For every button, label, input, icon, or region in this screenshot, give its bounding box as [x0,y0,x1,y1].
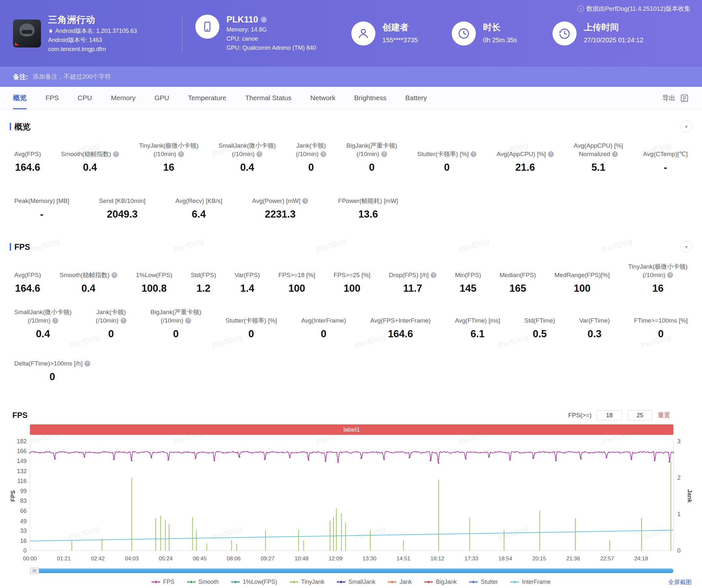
legend-marker-icon [231,580,240,584]
help-icon[interactable]: ? [302,198,308,204]
note-input[interactable]: 添加备注，不超过200个字符 [33,73,111,81]
phone-icon [195,15,219,39]
metric-label: Avg(Recv) [KB/s] [176,197,222,205]
metric-label: FPS>=18 [%] [278,271,315,279]
tab-Memory[interactable]: Memory [111,87,135,109]
tab-Temperature[interactable]: Temperature [188,87,227,109]
svg-text:16: 16 [20,537,27,544]
tabs: 概览FPSCPUMemoryGPUTemperatureThermal Stat… [13,87,427,109]
svg-text:22:57: 22:57 [600,556,614,562]
legend-item-FPS[interactable]: FPS [151,579,174,585]
info-icon: i [578,6,584,12]
metric-label: MedRange(FPS)[%] [555,271,610,279]
help-icon[interactable]: ? [612,151,618,157]
legend-item-1%Low(FPS)[interactable]: 1%Low(FPS) [231,579,277,585]
tab-GPU[interactable]: GPU [154,87,169,109]
metric-value: 5.1 [574,162,623,173]
tab-概览[interactable]: 概览 [13,87,27,109]
svg-text:182: 182 [17,438,27,445]
overview-collapse-button[interactable]: ▾ [681,121,692,132]
collector-note: i 数据由PerfDog(11.4.251012)版本收集 [578,5,690,13]
metric-label: Min(FPS) [455,271,481,279]
device-cpu: CPU: canoe [227,34,316,43]
export-button[interactable]: 导出 [662,94,689,103]
metric-value: 0 [634,328,688,340]
legend-item-Stutter[interactable]: Stutter [469,579,498,585]
svg-text:05:24: 05:24 [159,556,173,562]
help-icon[interactable]: ? [185,318,191,323]
reset-button[interactable]: 重置 [658,411,670,419]
metric-label: Avg(AppCPU) [%] [574,141,623,150]
help-icon[interactable]: ? [256,151,262,157]
svg-text:12:09: 12:09 [329,556,343,562]
help-icon[interactable]: ? [431,272,437,278]
help-icon[interactable]: ? [548,151,554,157]
metric-label: (/10min) [296,150,319,159]
svg-text:04:03: 04:03 [125,556,139,562]
upload-time-block: 上传时间 27/10/2025 01:24:12 [553,21,689,45]
legend-item-TinyJank[interactable]: TinyJank [289,579,324,585]
tab-Thermal Status[interactable]: Thermal Status [245,87,291,109]
scrollbar-track[interactable] [30,569,673,573]
svg-text:166: 166 [17,448,27,454]
legend-item-Jank[interactable]: Jank [388,579,412,585]
collector-note-text: 数据由PerfDog(11.4.251012)版本收集 [586,5,690,13]
tab-Brightness[interactable]: Brightness [354,87,386,109]
svg-text:10:48: 10:48 [295,556,309,562]
legend-label: Jank [399,579,412,585]
legend-item-BigJank[interactable]: BigJank [424,579,457,585]
svg-text:06:45: 06:45 [193,556,207,562]
metric-label: (/10min) [232,150,255,159]
help-icon[interactable]: ? [111,272,117,278]
legend-item-SmallJank[interactable]: SmallJank [337,579,375,585]
help-icon[interactable]: ? [121,318,126,323]
help-icon[interactable]: ? [381,151,387,157]
metric: Var(FPS)1.4 [235,263,260,294]
help-icon[interactable]: ? [113,151,119,157]
metric-label: Std(FPS) [191,271,216,279]
fps-threshold-input-2[interactable] [627,410,653,420]
tab-Network[interactable]: Network [310,87,335,109]
fps-threshold-input-1[interactable] [597,410,622,420]
main-content: 概览 ▾ Avg(FPS)164.6Smooth(稳帧指数)?0.4TinyJa… [0,110,702,588]
metric-value: 164.6 [14,162,41,173]
svg-text:33: 33 [20,527,27,534]
metric-label: (/10min) [96,316,119,325]
help-icon[interactable]: ? [667,272,673,278]
svg-text:0: 0 [23,547,27,554]
fps-section-header: FPS ▾ [10,241,692,253]
tab-FPS[interactable]: FPS [45,87,59,109]
scrollbar-handle-icon[interactable] [30,568,39,574]
tab-Battery[interactable]: Battery [405,87,427,109]
help-icon[interactable]: ? [178,151,184,157]
help-icon[interactable]: ? [85,361,90,367]
svg-text:FPS: FPS [10,490,16,501]
legend-label: Smooth [199,579,219,585]
metric-label: Avg(AppCPU) [%] [497,150,546,159]
metric-value: 6.1 [455,328,500,340]
metric-value: 6.4 [176,208,222,220]
fps-threshold-label: FPS(>=) [568,412,591,419]
help-icon[interactable]: ? [52,318,58,323]
legend-label: Stutter [481,579,498,585]
fullscreen-button[interactable]: 全屏截图 [668,578,692,586]
tab-CPU[interactable]: CPU [78,87,92,109]
fps-line-chart[interactable]: 0163349668399116132149166182012300:0001:… [10,437,692,567]
help-icon[interactable]: ? [321,151,326,157]
duration-block: 时长 0h 25m 35s [452,21,553,45]
metric: FPower(帧能耗) [mW]13.6 [338,188,398,220]
chart-scrollbar[interactable] [30,568,673,574]
creator-block: 创建者 155****3735 [351,21,452,45]
help-icon[interactable]: ? [471,151,476,157]
legend-item-Smooth[interactable]: Smooth [187,579,219,585]
device-info-icon[interactable]: i [261,17,267,23]
upload-time-label: 上传时间 [584,21,644,33]
metric-label: BigJank(严重卡顿) [150,308,201,316]
metric-value: 11.7 [389,283,437,294]
metric-label: (/10min) [160,316,183,325]
metric-label: Smooth(稳帧指数) [60,271,110,279]
export-label: 导出 [662,94,675,102]
fps-collapse-button[interactable]: ▾ [681,241,692,253]
chart-controls: FPS(>=) 重置 [568,410,670,420]
legend-item-InterFrame[interactable]: InterFrame [510,579,551,585]
